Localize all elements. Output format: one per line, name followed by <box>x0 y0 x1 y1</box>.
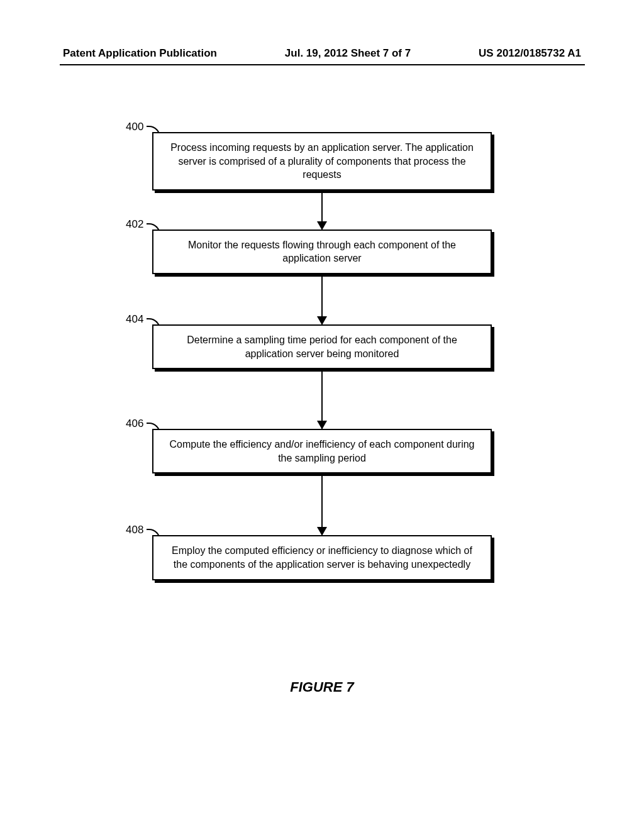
flowchart-step: 408 Employ the computed efficiency or in… <box>0 535 644 580</box>
flowchart-arrow <box>0 369 644 429</box>
flowchart-arrow <box>0 274 644 324</box>
figure-caption: FIGURE 7 <box>0 679 644 695</box>
flowchart-step: 400 Process incoming requests by an appl… <box>0 132 644 191</box>
flowchart-arrow <box>0 191 644 230</box>
arrow-head-icon <box>317 316 327 325</box>
box-text: Process incoming requests by an applicat… <box>170 142 474 180</box>
step-ref-label: 402 <box>126 218 143 231</box>
step-ref-label: 408 <box>126 524 143 536</box>
arrow-head-icon <box>317 421 327 429</box>
header-divider <box>60 64 585 65</box>
flowchart-box-wrap: Monitor the requests flowing through eac… <box>152 230 492 274</box>
flowchart-arrow <box>0 473 644 535</box>
flowchart-box-wrap: Employ the computed efficiency or ineffi… <box>152 535 492 580</box>
flowchart-box: Employ the computed efficiency or ineffi… <box>152 535 492 580</box>
flowchart-box-wrap: Determine a sampling time period for eac… <box>152 324 492 369</box>
box-text: Monitor the requests flowing through eac… <box>188 240 456 264</box>
flowchart-step: 404 Determine a sampling time period for… <box>0 324 644 369</box>
box-text: Determine a sampling time period for eac… <box>187 335 457 359</box>
step-ref-label: 404 <box>126 313 143 326</box>
flowchart-step: 406 Compute the efficiency and/or ineffi… <box>0 429 644 473</box>
header-publication-type: Patent Application Publication <box>63 47 217 60</box>
flowchart-box-wrap: Compute the efficiency and/or inefficien… <box>152 429 492 473</box>
arrow-head-icon <box>317 527 327 536</box>
step-ref-label: 400 <box>126 121 143 133</box>
flowchart-box: Compute the efficiency and/or inefficien… <box>152 429 492 473</box>
arrow-head-icon <box>317 221 327 230</box>
step-ref-label: 406 <box>126 418 143 430</box>
flowchart-box: Determine a sampling time period for eac… <box>152 324 492 369</box>
box-text: Compute the efficiency and/or inefficien… <box>169 439 474 463</box>
flowchart-box: Monitor the requests flowing through eac… <box>152 230 492 274</box>
flowchart-step: 402 Monitor the requests flowing through… <box>0 230 644 274</box>
box-text: Employ the computed efficiency or ineffi… <box>172 545 472 570</box>
page-header: Patent Application Publication Jul. 19, … <box>0 47 644 60</box>
header-patent-number: US 2012/0185732 A1 <box>479 47 581 60</box>
flowchart: 400 Process incoming requests by an appl… <box>0 132 644 580</box>
flowchart-box-wrap: Process incoming requests by an applicat… <box>152 132 492 191</box>
flowchart-box: Process incoming requests by an applicat… <box>152 132 492 191</box>
header-date-sheet: Jul. 19, 2012 Sheet 7 of 7 <box>285 47 411 60</box>
